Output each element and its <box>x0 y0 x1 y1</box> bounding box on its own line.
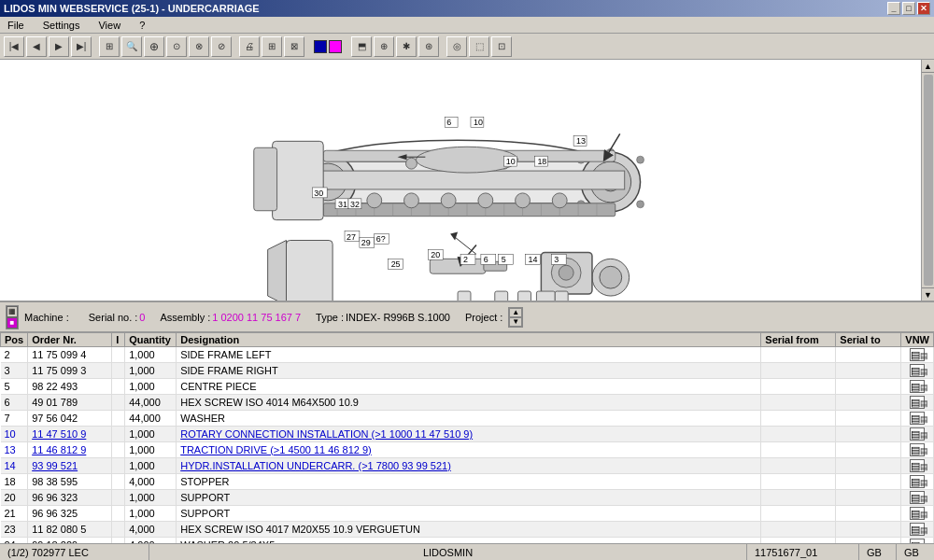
cell-qty: 44,000 <box>125 395 177 411</box>
vnw-icon[interactable]: ▤ <box>910 523 925 536</box>
svg-text:6: 6 <box>446 118 451 127</box>
cell-serial-to <box>836 522 901 538</box>
svg-point-33 <box>404 193 419 208</box>
menu-settings[interactable]: Settings <box>39 19 84 32</box>
table-row[interactable]: 2 11 75 099 4 1,000 SIDE FRAME LEFT ▤ <box>1 347 934 363</box>
vnw-icon[interactable]: ▤ <box>910 443 925 456</box>
cell-serial-to <box>836 427 901 442</box>
cell-vnw[interactable]: ▤ <box>901 427 934 442</box>
vnw-icon[interactable]: ▤ <box>910 459 925 472</box>
tool12-button[interactable]: ⊡ <box>491 36 512 57</box>
maximize-button[interactable]: □ <box>902 2 915 15</box>
vnw-icon[interactable]: ▤ <box>910 364 925 377</box>
nav-prev-button[interactable]: ◀ <box>26 36 47 57</box>
tool10-button[interactable]: ◎ <box>446 36 467 57</box>
col-desc: Designation <box>177 333 761 347</box>
cell-vnw[interactable]: ▤ <box>901 490 934 506</box>
cell-serial-to <box>836 458 901 474</box>
scroll-down-button[interactable]: ▼ <box>922 287 935 301</box>
cell-vnw[interactable]: ▤ <box>901 379 934 395</box>
color-blue-button[interactable] <box>314 40 327 53</box>
svg-point-47 <box>600 266 622 288</box>
cell-vnw[interactable]: ▤ <box>901 458 934 474</box>
vnw-icon[interactable]: ▤ <box>910 491 925 504</box>
vnw-icon[interactable]: ▤ <box>910 348 925 361</box>
tool6-button[interactable]: ⬒ <box>351 36 372 57</box>
table-row[interactable]: 21 96 96 325 1,000 SUPPORT ▤ <box>1 506 934 522</box>
vnw-icon[interactable]: ▤ <box>910 427 925 441</box>
minimize-button[interactable]: _ <box>887 2 900 15</box>
table-row[interactable]: 10 11 47 510 9 1,000 ROTARY CONNECTION I… <box>1 427 934 442</box>
cell-desc: WASHER <box>177 411 761 427</box>
cell-pos: 5 <box>1 379 28 395</box>
cell-desc[interactable]: TRACTION DRIVE (>1 4500 11 46 812 9) <box>177 442 761 458</box>
tool4-button[interactable]: ⊞ <box>262 36 282 57</box>
vnw-icon[interactable]: ▤ <box>910 475 925 488</box>
nav-first-button[interactable]: |◀ <box>4 36 24 57</box>
cell-vnw[interactable]: ▤ <box>901 442 934 458</box>
svg-rect-56 <box>495 291 508 301</box>
print-button[interactable]: 🖨 <box>239 36 260 57</box>
tool11-button[interactable]: ⬚ <box>469 36 489 57</box>
table-row[interactable]: 18 98 38 595 4,000 STOPPER ▤ <box>1 474 934 490</box>
info-scroll-up[interactable]: ▲ <box>509 308 522 317</box>
tool7-button[interactable]: ⊕ <box>374 36 394 57</box>
svg-rect-55 <box>458 291 471 301</box>
cell-i <box>112 538 125 544</box>
menu-file[interactable]: File <box>4 19 28 32</box>
cell-order[interactable]: 11 46 812 9 <box>28 442 112 458</box>
search-button[interactable]: 🔍 <box>121 36 142 57</box>
scroll-thumb <box>924 75 933 286</box>
tool3-button[interactable]: ⊘ <box>211 36 232 57</box>
info-bar: ▦ ■ Machine : Serial no. : 0 Assembly : … <box>0 302 934 332</box>
cell-order: 96 96 323 <box>28 490 112 506</box>
table-row[interactable]: 14 93 99 521 1,000 HYDR.INSTALLATION UND… <box>1 458 934 474</box>
table-row[interactable]: 13 11 46 812 9 1,000 TRACTION DRIVE (>1 … <box>1 442 934 458</box>
table-row[interactable]: 5 98 22 493 1,000 CENTRE PIECE ▤ <box>1 379 934 395</box>
scroll-up-button[interactable]: ▲ <box>922 60 935 73</box>
parts-table-container[interactable]: Pos Order Nr. I Quantity Designation Ser… <box>0 332 934 543</box>
table-row[interactable]: 3 11 75 099 3 1,000 SIDE FRAME RIGHT ▤ <box>1 363 934 379</box>
zoom-in-button[interactable]: ⊕ <box>144 36 164 57</box>
cell-vnw[interactable]: ▤ <box>901 363 934 379</box>
cell-qty: 1,000 <box>125 506 177 522</box>
cell-desc[interactable]: ROTARY CONNECTION INSTALLATION (>1 1000 … <box>177 427 761 442</box>
cell-vnw[interactable]: ▤ <box>901 474 934 490</box>
nav-last-button[interactable]: ▶| <box>71 36 92 57</box>
cell-vnw[interactable]: ▤ <box>901 347 934 363</box>
cell-vnw[interactable]: ▤ <box>901 522 934 538</box>
cell-serial-from <box>761 411 836 427</box>
table-row[interactable]: 7 97 56 042 44,000 WASHER ▤ <box>1 411 934 427</box>
menu-help[interactable]: ? <box>135 19 149 32</box>
cell-vnw[interactable]: ▤ <box>901 411 934 427</box>
tool1-button[interactable]: ⊙ <box>166 36 187 57</box>
table-row[interactable]: 6 49 01 789 44,000 HEX SCREW ISO 4014 M6… <box>1 395 934 411</box>
table-row[interactable]: 20 96 96 323 1,000 SUPPORT ▤ <box>1 490 934 506</box>
vnw-icon[interactable]: ▤ <box>910 539 925 543</box>
cell-order[interactable]: 93 99 521 <box>28 458 112 474</box>
vnw-icon[interactable]: ▤ <box>910 507 925 520</box>
cell-vnw[interactable]: ▤ <box>901 506 934 522</box>
color-pink-button[interactable] <box>329 40 342 53</box>
cell-vnw[interactable]: ▤ <box>901 538 934 544</box>
vnw-icon[interactable]: ▤ <box>910 380 925 393</box>
tool5-button[interactable]: ⊠ <box>284 36 304 57</box>
nav-next-button[interactable]: ▶ <box>49 36 69 57</box>
table-row[interactable]: 24 99 18 229 4,000 WASHER 20.5/34X5 ▤ <box>1 538 934 544</box>
tool2-button[interactable]: ⊗ <box>189 36 209 57</box>
cell-vnw[interactable]: ▤ <box>901 395 934 411</box>
vnw-icon[interactable]: ▤ <box>910 412 925 425</box>
cell-serial-from <box>761 522 836 538</box>
menu-view[interactable]: View <box>94 19 124 32</box>
vnw-icon[interactable]: ▤ <box>910 396 925 409</box>
table-row[interactable]: 23 11 82 080 5 4,000 HEX SCREW ISO 4017 … <box>1 522 934 538</box>
tool9-button[interactable]: ⊛ <box>418 36 439 57</box>
cell-desc[interactable]: HYDR.INSTALLATION UNDERCARR. (>1 7800 93… <box>177 458 761 474</box>
cell-order[interactable]: 11 47 510 9 <box>28 427 112 442</box>
info-scroll-down[interactable]: ▼ <box>509 317 522 327</box>
diagram-scrollbar[interactable]: ▲ ▼ <box>921 60 934 301</box>
grid-button[interactable]: ⊞ <box>99 36 120 57</box>
close-button[interactable]: ✕ <box>917 2 930 15</box>
cell-order: 97 56 042 <box>28 411 112 427</box>
tool8-button[interactable]: ✱ <box>396 36 417 57</box>
